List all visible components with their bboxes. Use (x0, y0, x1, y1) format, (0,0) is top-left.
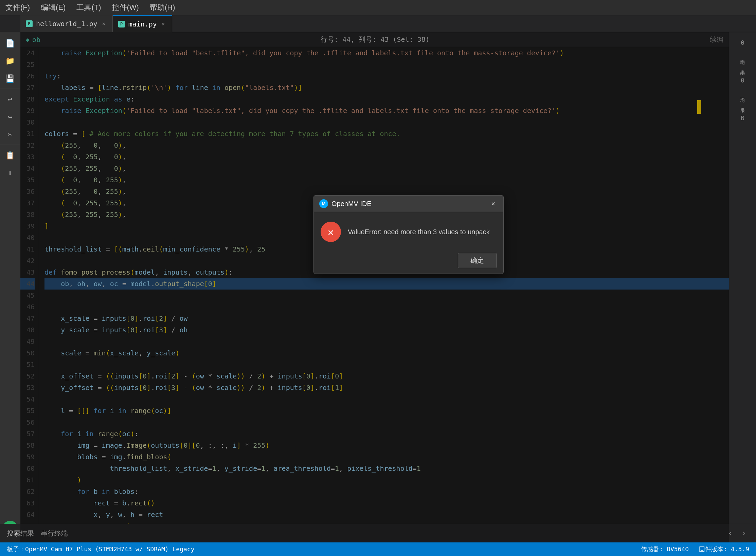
menu-bar: 文件(F) 编辑(E) 工具(T) 控件(W) 帮助(H) (3, 2, 177, 13)
menu-help[interactable]: 帮助(H) (148, 2, 177, 13)
right-panel-value-b: B (741, 114, 744, 122)
ob-label: ob (32, 36, 40, 44)
menu-file[interactable]: 文件(F) (3, 2, 32, 13)
sensor-info: 传感器: OV5640 (641, 545, 689, 553)
tab-icon-helloworld: P (26, 20, 33, 27)
tab-label-main: main.py (128, 20, 157, 28)
sidebar-save-icon[interactable]: 💾 (3, 71, 18, 86)
serial-terminal-label[interactable]: 串行终端 (41, 529, 68, 538)
right-panel-item-0: 0 (741, 39, 744, 46)
status-bar-right: 传感器: OV5640 固件版本: 4.5.9 (641, 545, 749, 553)
tab-close-main[interactable]: × (160, 21, 166, 27)
sidebar-new-file-icon[interactable]: 📄 (3, 36, 18, 51)
nav-right-arrow[interactable]: › (739, 527, 749, 539)
tab-main[interactable]: P main.py × (113, 15, 172, 32)
code-content[interactable]: raise Exception('Failed to load "best.tf… (39, 47, 729, 542)
tab-label-helloworld: helloworld_1.py (36, 20, 97, 28)
search-results-label[interactable]: 搜索结果 (7, 529, 34, 538)
tab-icon-main: P (118, 21, 125, 27)
tab-helloworld[interactable]: P helloworld_1.py × (20, 15, 113, 32)
dialog-title-bar: M OpenMV IDE × (314, 196, 503, 212)
diamond-icon: ◆ (26, 36, 30, 43)
title-bar: 文件(F) 编辑(E) 工具(T) 控件(W) 帮助(H) (0, 0, 756, 15)
sidebar-undo-icon[interactable]: ↩ (3, 92, 18, 107)
sidebar-separator (0, 89, 20, 89)
sidebar-cut-icon[interactable]: ✂ (3, 127, 18, 142)
dialog-title-text: OpenMV IDE (331, 200, 372, 208)
status-bar-left: 板子：OpenMV Cam H7 Plus (STM32H743 w/ SDRA… (7, 545, 195, 553)
right-panel-item-1: 0 (741, 77, 744, 84)
position-info: 行号: 44, 列号: 43 (Sel: 38) (321, 35, 430, 44)
tab-bar: P helloworld_1.py × P main.py × (0, 15, 756, 32)
firmware-info: 固件版本: 4.5.9 (699, 545, 749, 553)
dialog-title: M OpenMV IDE (319, 199, 372, 208)
line-numbers: 2425262728 2930313233 3435363738 3940414… (20, 47, 39, 542)
right-panel-value-1: 0 (741, 77, 744, 84)
board-info: 板子：OpenMV Cam H7 Plus (STM32H743 w/ SDRA… (7, 545, 195, 553)
bottom-toolbar: 搜索结果 串行终端 ‹ › (0, 524, 756, 542)
openmv-logo-icon: M (319, 199, 328, 208)
ob-indicator: ◆ ob (26, 36, 40, 44)
menu-tools[interactable]: 工具(T) (74, 2, 103, 13)
yellow-scroll-marker (697, 100, 701, 114)
right-panel-item-b: B (741, 114, 744, 122)
dialog-footer: 确定 (314, 249, 503, 274)
right-panel-value-0: 0 (741, 39, 744, 46)
right-panel: 0 平均 最小 0 平均 最小 B (729, 32, 756, 542)
status-bar: 板子：OpenMV Cam H7 Plus (STM32H743 w/ SDRA… (0, 542, 756, 556)
sidebar-copy-icon[interactable]: 📋 (3, 148, 18, 163)
sidebar-separator2 (0, 145, 20, 145)
menu-edit[interactable]: 编辑(E) (39, 2, 68, 13)
error-dialog[interactable]: M OpenMV IDE × ✕ ValueError: need more t… (313, 195, 504, 274)
editor-area: ◆ ob 行号: 44, 列号: 43 (Sel: 38) 续编 2425262… (20, 32, 729, 542)
sidebar-redo-icon[interactable]: ↪ (3, 109, 18, 124)
main-layout: 📄 📁 💾 ↩ ↪ ✂ 📋 ⬆ ▶ ◆ ob 行号: 44, 列号: 43 (S… (0, 32, 756, 542)
sidebar-upload-icon[interactable]: ⬆ (3, 165, 18, 180)
editor-header: ◆ ob 行号: 44, 列号: 43 (Sel: 38) 续编 (20, 32, 729, 47)
continue-text: 续编 (710, 35, 723, 44)
nav-left-arrow[interactable]: ‹ (725, 527, 735, 539)
bottom-toolbar-left: 搜索结果 串行终端 (7, 529, 68, 538)
ok-button[interactable]: 确定 (458, 253, 497, 268)
dialog-message: ValueError: need more than 3 values to u… (348, 227, 490, 237)
sidebar-open-folder-icon[interactable]: 📁 (3, 53, 18, 68)
sidebar: 📄 📁 💾 ↩ ↪ ✂ 📋 ⬆ ▶ (0, 32, 20, 542)
code-container[interactable]: 2425262728 2930313233 3435363738 3940414… (20, 47, 729, 542)
tab-close-helloworld[interactable]: × (101, 21, 107, 27)
dialog-close-button[interactable]: × (488, 199, 498, 208)
error-icon: ✕ (321, 222, 341, 242)
dialog-body: ✕ ValueError: need more than 3 values to… (314, 212, 503, 249)
menu-control[interactable]: 控件(W) (110, 2, 141, 13)
